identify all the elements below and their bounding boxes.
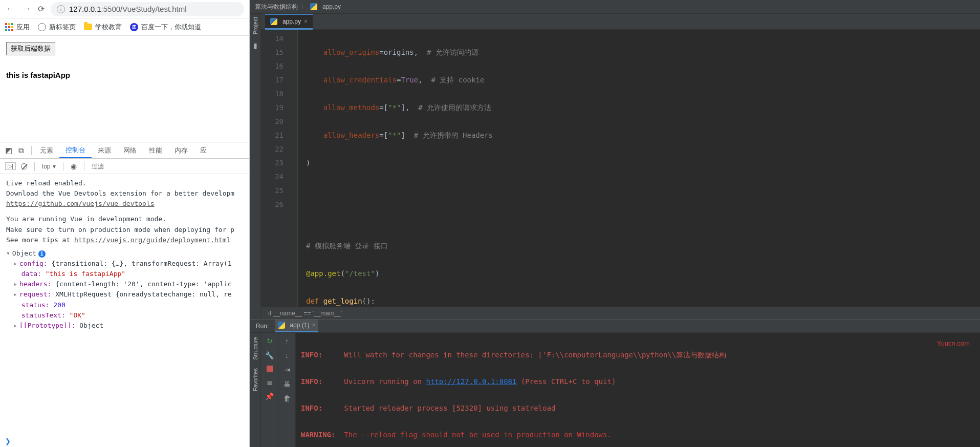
page-content: 获取后端数据 this is fastapiApp: [0, 36, 249, 86]
page-heading: this is fastapiApp: [6, 71, 243, 79]
back-button[interactable]: ←: [5, 4, 15, 14]
editor-status-bar: if __name__ == '__main__': [261, 307, 980, 319]
clear-icon[interactable]: [21, 163, 27, 169]
school-bookmark[interactable]: 学校教育: [84, 23, 122, 32]
url-bar[interactable]: i 127.0.0.1:5500/VueStudy/test.html: [51, 2, 244, 16]
left-rail: Project ▮: [250, 14, 261, 319]
inspect-icon[interactable]: ◩: [5, 146, 12, 155]
run-panel: Run: app (1) × Structure Favorites ↻ 🔧 ≣…: [250, 319, 980, 447]
newtab-bookmark[interactable]: 新标签页: [38, 23, 76, 32]
apps-icon: [5, 23, 13, 31]
softwrap-icon[interactable]: ⇥: [284, 366, 290, 374]
tab-sources[interactable]: 来源: [92, 142, 117, 158]
context-selector[interactable]: top ▾: [42, 163, 56, 170]
baidu-icon: 度: [130, 23, 138, 31]
code-editor[interactable]: 141516 171819 202122 232425 26 allow_ori…: [261, 30, 980, 307]
pin-icon[interactable]: 📌: [265, 392, 274, 400]
tab-network[interactable]: 网络: [117, 142, 143, 158]
console-output[interactable]: Live reload enabled. Download the Vue De…: [0, 174, 249, 435]
run-output[interactable]: INFO: Will watch for changes in these di…: [296, 333, 980, 447]
obj-row: status: 200: [13, 300, 243, 310]
browser-pane: ← → ⟳ i 127.0.0.1:5500/VueStudy/test.htm…: [0, 0, 250, 447]
obj-row[interactable]: ▸[[Prototype]]: Object: [13, 321, 243, 331]
console-line: You are running Vue in development mode.: [6, 214, 243, 224]
console-prompt[interactable]: ❯: [0, 435, 249, 447]
separator: [31, 146, 32, 155]
console-object[interactable]: ▾Objecti: [6, 248, 243, 259]
tab-performance[interactable]: 性能: [143, 142, 168, 158]
obj-row[interactable]: ▸headers: {content-length: '20', content…: [13, 279, 243, 289]
tab-console[interactable]: 控制台: [59, 142, 92, 158]
close-icon[interactable]: ×: [304, 18, 308, 25]
code-body[interactable]: allow_origins=origins, # 允许访问的源 allow_cr…: [298, 30, 980, 307]
obj-row[interactable]: ▸config: {transitional: {…}, transformRe…: [13, 259, 243, 269]
breadcrumb-file[interactable]: app.py: [322, 3, 341, 10]
structure-tool[interactable]: Structure: [252, 337, 258, 360]
wrench-icon[interactable]: 🔧: [265, 351, 274, 359]
tab-elements[interactable]: 元素: [34, 142, 59, 158]
project-tool[interactable]: Project: [252, 17, 258, 34]
obj-row[interactable]: ▸request: XMLHttpRequest {onreadystatech…: [13, 289, 243, 300]
play-icon[interactable]: ▷|: [5, 162, 16, 170]
editor-tab-app[interactable]: app.py ×: [265, 14, 313, 30]
console-line: Make sure to turn on production mode whe…: [6, 225, 243, 235]
console-toolbar: ▷| top ▾ ◉: [0, 159, 249, 174]
watermark: Yuucn.com: [937, 339, 970, 347]
ide-body: Project ▮ app.py × 141516 171819 202122: [250, 14, 980, 319]
editor-tabs: app.py ×: [261, 14, 980, 30]
globe-icon: [38, 23, 46, 31]
up-icon[interactable]: ↑: [285, 337, 289, 345]
bookmarks-bar: 应用 新标签页 学校教育 度 百度一下，你就知道: [0, 18, 249, 36]
breadcrumb-project[interactable]: 算法与数据结构: [255, 3, 298, 11]
print-icon[interactable]: 🖶: [284, 380, 291, 388]
close-icon[interactable]: ×: [312, 322, 315, 329]
run-toolbar: ↻ 🔧 ≣ 📌: [261, 333, 278, 447]
info-icon[interactable]: i: [38, 250, 46, 258]
favorites-tool[interactable]: Favorites: [252, 368, 258, 391]
python-icon: [270, 18, 277, 25]
layout-icon[interactable]: ≣: [267, 378, 273, 386]
trash-icon[interactable]: 🗑: [284, 394, 291, 402]
url-text: 127.0.0.1:5500/VueStudy/test.html: [69, 5, 187, 13]
folder-icon[interactable]: ▮: [253, 41, 257, 50]
separator: [34, 162, 35, 171]
eye-icon[interactable]: ◉: [71, 162, 77, 171]
site-info-icon[interactable]: i: [57, 5, 65, 13]
uvicorn-link[interactable]: http://127.0.0.1:8081: [426, 377, 516, 386]
tab-memory[interactable]: 内存: [168, 142, 194, 158]
fetch-button[interactable]: 获取后端数据: [6, 42, 55, 55]
tab-app[interactable]: 应: [194, 142, 213, 158]
run-left-rail: Structure Favorites: [250, 333, 261, 447]
devtools: ◩ ⧉ 元素 控制台 来源 网络 性能 内存 应 ▷| top ▾ ◉ Live…: [0, 142, 249, 447]
console-line: Live reload enabled.: [6, 178, 243, 188]
rerun-icon[interactable]: ↻: [267, 337, 273, 345]
console-line: Download the Vue Devtools extension for …: [6, 188, 243, 209]
vue-deploy-link[interactable]: https://vuejs.org/guide/deployment.html: [74, 236, 230, 244]
device-icon[interactable]: ⧉: [18, 146, 24, 155]
down-icon[interactable]: ↓: [285, 351, 289, 359]
obj-row: data: "this is fastapiApp": [13, 269, 243, 279]
apps-bookmark[interactable]: 应用: [5, 23, 30, 32]
reload-button[interactable]: ⟳: [38, 4, 45, 14]
school-label: 学校教育: [95, 23, 122, 32]
browser-nav: ← → ⟳ i 127.0.0.1:5500/VueStudy/test.htm…: [0, 0, 249, 18]
chevron-icon: 〉: [301, 3, 307, 11]
apps-label: 应用: [16, 23, 30, 32]
run-tab-label: app (1): [290, 322, 309, 329]
forward-button[interactable]: →: [21, 4, 32, 14]
devtools-link[interactable]: https://github.com/vuejs/vue-devtools: [6, 200, 155, 207]
filter-input[interactable]: [92, 163, 168, 170]
editor-wrap: app.py × 141516 171819 202122 232425 26 …: [261, 14, 980, 319]
baidu-bookmark[interactable]: 度 百度一下，你就知道: [130, 23, 201, 32]
ide-top: 算法与数据结构 〉 app.py Project ▮ app.py ×: [250, 0, 980, 319]
run-header: Run: app (1) ×: [250, 320, 980, 333]
ide-pane: 算法与数据结构 〉 app.py Project ▮ app.py ×: [250, 0, 980, 447]
run-label: Run:: [256, 323, 269, 330]
fold-gutter[interactable]: [291, 30, 298, 307]
run-tab[interactable]: app (1) ×: [275, 320, 318, 332]
folder-icon: [84, 24, 92, 30]
separator: [84, 162, 84, 171]
python-icon: [278, 322, 285, 329]
stop-icon[interactable]: [267, 366, 273, 372]
console-line: See more tips at https://vuejs.org/guide…: [6, 235, 243, 245]
